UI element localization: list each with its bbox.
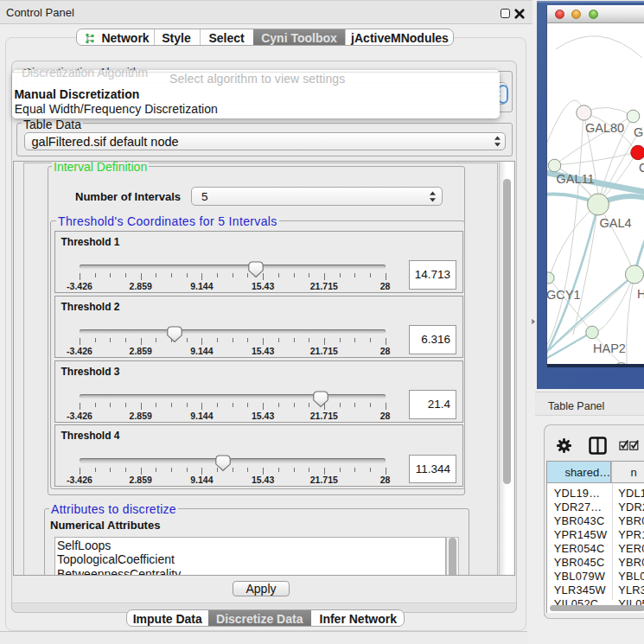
svg-text:GAL80: GAL80 (585, 121, 624, 135)
svg-text:GCY1: GCY1 (547, 287, 581, 301)
svg-text:C: C (639, 161, 644, 175)
svg-text:HAP2: HAP2 (593, 341, 626, 355)
svg-text:GAL4: GAL4 (599, 216, 631, 230)
svg-text:G: G (634, 125, 643, 139)
svg-text:H: H (637, 286, 644, 300)
svg-text:GAL11: GAL11 (556, 172, 594, 186)
